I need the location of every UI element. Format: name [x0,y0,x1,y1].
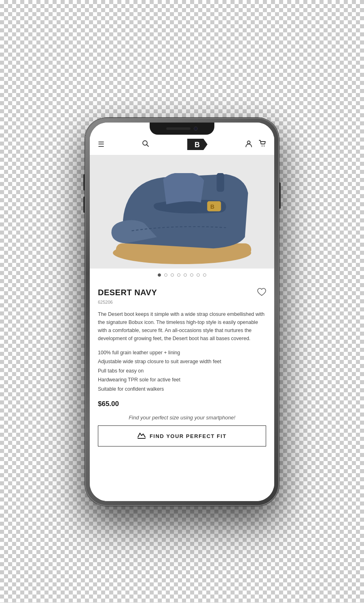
hamburger-menu-icon[interactable]: ☰ [98,140,104,149]
phone-notch [150,123,214,135]
carousel-dot-4[interactable] [177,273,180,277]
phone-shell: ☰ B [85,118,279,506]
carousel-dot-3[interactable] [171,273,174,277]
phone-mockup: ☰ B [85,118,279,506]
feature-item-4: Hardwearing TPR sole for active feet [98,375,266,385]
svg-point-6 [264,145,265,146]
product-details-section: DESERT NAVY 625206 The Desert boot keeps… [90,281,274,501]
account-icon[interactable] [245,140,252,149]
svg-text:B: B [210,203,214,210]
product-sku: 625206 [98,300,266,305]
carousel-dot-7[interactable] [197,273,200,277]
search-icon[interactable] [142,140,149,149]
carousel-dot-6[interactable] [190,273,193,277]
svg-rect-11 [217,173,224,192]
product-features-list: 100% full grain leather upper + lining A… [98,348,266,394]
find-fit-button-label: FIND YOUR PERFECT FIT [150,433,226,439]
size-prompt-text: Find your perfect size using your smartp… [98,415,266,421]
carousel-dot-5[interactable] [184,273,187,277]
brand-logo: B [187,139,207,150]
product-image-area: B [90,155,274,269]
feature-item-3: Pull tabs for easy on [98,366,266,376]
feature-item-2: Adjustable wide strap closure to suit av… [98,357,266,366]
speaker-grille [166,127,190,130]
fit-icon [138,432,146,440]
power-button [279,182,281,209]
svg-line-1 [147,144,149,146]
feature-item-5: Suitable for confident walkers [98,385,266,394]
carousel-dot-8[interactable] [203,273,206,277]
nav-right-icons [245,140,266,149]
find-your-perfect-fit-button[interactable]: FIND YOUR PERFECT FIT [98,425,266,446]
svg-point-4 [247,141,250,144]
svg-text:B: B [195,141,200,149]
product-title: DESERT NAVY [98,288,157,297]
cart-icon[interactable] [259,140,266,149]
svg-point-5 [262,145,262,146]
carousel-dot-2[interactable] [164,273,167,277]
front-camera [194,127,198,131]
shoe-image: B [90,155,274,269]
product-description: The Desert boot keeps it simple with a w… [98,310,266,343]
wishlist-heart-icon[interactable] [257,288,266,298]
product-title-row: DESERT NAVY [98,288,266,298]
product-price: $65.00 [98,400,266,408]
screen-content: ☰ B [90,123,274,501]
feature-item-1: 100% full grain leather upper + lining [98,348,266,358]
phone-screen: ☰ B [90,123,274,501]
image-carousel-dots [90,269,274,281]
carousel-dot-1[interactable] [158,273,161,277]
